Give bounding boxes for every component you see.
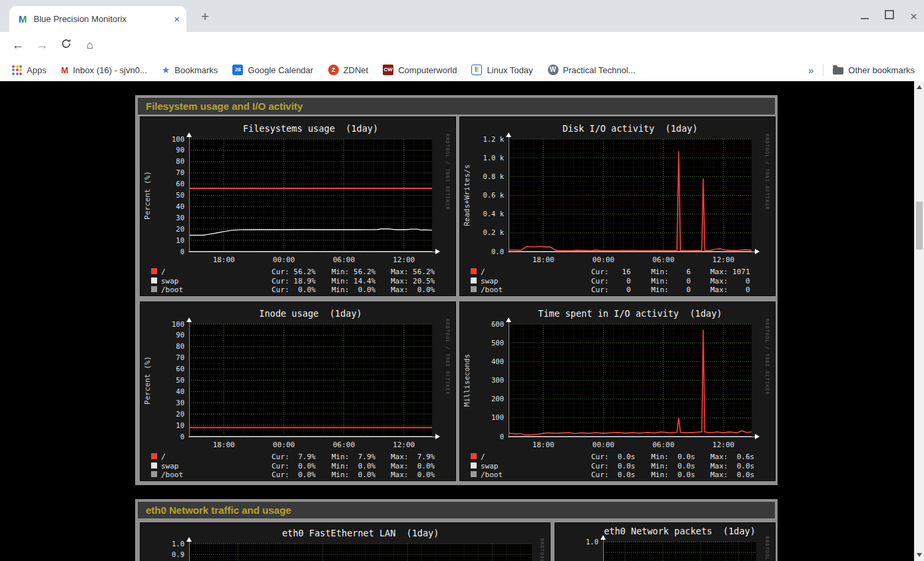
y-tick-label: 300 bbox=[491, 376, 504, 384]
y-tick-label: 30 bbox=[176, 214, 184, 222]
bookmark-google-calendar[interactable]: 28 Google Calendar bbox=[232, 65, 313, 75]
rrdtool-watermark: RRDTOOL / TOBI OETIKER bbox=[764, 536, 770, 561]
bookmark-inbox[interactable]: M Inbox (16) - sjvn0... bbox=[61, 65, 147, 75]
tab-close-icon[interactable]: × bbox=[174, 13, 180, 25]
legend-swatch bbox=[151, 453, 157, 459]
back-button[interactable]: ← bbox=[9, 37, 27, 54]
tab-title: Blue Precision Monitorix bbox=[34, 14, 160, 24]
legend-name: /boot bbox=[161, 285, 183, 294]
scrollbar-thumb[interactable] bbox=[916, 202, 923, 250]
y-tick-label: 10 bbox=[176, 236, 184, 244]
legend-swatch bbox=[471, 453, 477, 459]
maximize-button[interactable] bbox=[885, 10, 894, 22]
bookmark-apps[interactable]: Apps bbox=[12, 65, 47, 75]
y-tick-label: 1.2 k bbox=[483, 135, 504, 143]
legend-min: Min: 14.4% bbox=[332, 277, 375, 285]
bookmarks-overflow-button[interactable]: » bbox=[808, 65, 813, 76]
chart-panel-0[interactable]: Filesystems usage (1day)1009080706050403… bbox=[140, 116, 456, 296]
x-tick-label: 00:00 bbox=[592, 441, 614, 449]
legend-cur: Cur: 7.9% bbox=[272, 453, 316, 461]
minimize-button[interactable] bbox=[861, 10, 869, 22]
page-scrollbar[interactable] bbox=[914, 81, 924, 561]
legend-max: Max: 0 bbox=[710, 277, 750, 285]
y-tick-label: 100 bbox=[491, 413, 504, 421]
rrdtool-watermark: RRDTOOL / TOBI OETIKER bbox=[445, 319, 450, 395]
y-tick-label: 30 bbox=[176, 399, 184, 407]
legend-name: swap bbox=[481, 277, 499, 285]
legend-cur: Cur: 0 bbox=[591, 285, 631, 294]
legend-max: Max: 0.0% bbox=[391, 285, 435, 294]
y-tick-label: 60 bbox=[176, 365, 184, 373]
chart-panel-2[interactable]: Inode usage (1day)1009080706050403020100… bbox=[140, 301, 456, 481]
y-tick-label: 500 bbox=[491, 339, 504, 347]
chart-panel-5[interactable]: eth0 Network packets (1day)1.0Packets/sR… bbox=[555, 522, 776, 561]
bookmark-zdnet[interactable]: Z ZDNet bbox=[328, 65, 369, 75]
reload-button[interactable] bbox=[57, 37, 75, 54]
browser-tab[interactable]: M Blue Precision Monitorix × bbox=[9, 6, 186, 32]
y-tick-label: 0 bbox=[180, 248, 184, 256]
bookmark-practical-technology[interactable]: W Practical Technol... bbox=[548, 65, 636, 75]
y-tick-label: 0.9 bbox=[172, 550, 184, 558]
y-axis-label: Percent (%) bbox=[143, 171, 152, 220]
legend-row: /Cur: 7.9%Min: 7.9%Max: 7.9% bbox=[140, 453, 455, 461]
maximize-icon bbox=[885, 10, 894, 19]
y-tick-label: 600 bbox=[491, 320, 504, 328]
y-tick-label: 100 bbox=[172, 320, 184, 328]
legend-swatch bbox=[471, 278, 477, 283]
chart-title: Time spent in I/O activity (1day) bbox=[538, 308, 722, 319]
legend-min: Min: 0.0s bbox=[651, 453, 695, 461]
legend-min: Min: 7.9% bbox=[332, 453, 375, 461]
forward-button[interactable]: → bbox=[33, 37, 51, 54]
y-tick-label: 1.0 k bbox=[483, 154, 504, 162]
y-tick-label: 0 bbox=[180, 433, 184, 441]
x-tick-label: 06:00 bbox=[652, 441, 674, 449]
section-title: Filesystem usage and I/O activity bbox=[138, 98, 775, 114]
divider bbox=[823, 64, 823, 76]
rrdtool-watermark: RRDTOOL / TOBI OETIKER bbox=[445, 134, 450, 210]
x-tick-label: 12:00 bbox=[393, 441, 415, 449]
bookmark-bookmarks[interactable]: ★ Bookmarks bbox=[162, 65, 218, 75]
x-tick-label: 18:00 bbox=[533, 441, 555, 449]
scroll-down-icon[interactable] bbox=[917, 553, 922, 557]
legend-max: Max: 0.0% bbox=[391, 462, 435, 470]
bookmark-computerworld[interactable]: CW Computerworld bbox=[383, 65, 457, 75]
chart-panel-1[interactable]: Disk I/O activity (1day)1.2 k1.0 k0.8 k0… bbox=[459, 116, 776, 296]
legend-min: Min: 0 bbox=[651, 277, 691, 285]
chart-panel-4[interactable]: eth0 FastEthernet LAN (1day)1.00.9RRDTOO… bbox=[140, 522, 551, 561]
bookmarks-bar: Apps M Inbox (16) - sjvn0... ★ Bookmarks… bbox=[0, 59, 924, 82]
x-tick-label: 12:00 bbox=[712, 256, 734, 264]
y-tick-label: 40 bbox=[176, 202, 184, 210]
legend-min: Min: 0.0% bbox=[332, 470, 375, 479]
x-tick-label: 06:00 bbox=[333, 256, 355, 264]
legend-row: /bootCur: 0.0%Min: 0.0%Max: 0.0% bbox=[140, 470, 455, 479]
scroll-up-icon[interactable] bbox=[917, 85, 922, 89]
new-tab-button[interactable]: + bbox=[196, 8, 214, 27]
legend-name: /boot bbox=[481, 470, 503, 479]
y-tick-label: 20 bbox=[176, 410, 184, 418]
bookmark-linux-today[interactable]: lt Linux Today bbox=[471, 65, 533, 75]
legend-max: Max: 0.0s bbox=[710, 470, 754, 479]
legend-cur: Cur: 56.2% bbox=[272, 268, 316, 276]
other-bookmarks-button[interactable]: Other bookmarks bbox=[833, 65, 915, 75]
legend-row: swapCur: 0.0%Min: 0.0%Max: 0.0% bbox=[140, 462, 455, 470]
y-tick-label: 90 bbox=[176, 331, 184, 339]
legend-row: /bootCur: 0Min: 0Max: 0 bbox=[460, 285, 775, 294]
y-axis-label: Percent (%) bbox=[143, 356, 152, 405]
legend-max: Max: 7.9% bbox=[391, 453, 435, 461]
home-button[interactable]: ⌂ bbox=[81, 37, 99, 54]
legend-swatch bbox=[151, 471, 157, 477]
chart-panel-3[interactable]: Time spent in I/O activity (1day)6005004… bbox=[459, 301, 776, 481]
linux-today-icon: lt bbox=[471, 65, 482, 75]
rrdtool-watermark: RRDTOOL / TOBI OETIKER bbox=[764, 134, 770, 210]
x-tick-label: 06:00 bbox=[652, 256, 674, 264]
legend-row: /bootCur: 0.0sMin: 0.0sMax: 0.0s bbox=[460, 470, 775, 479]
legend-min: Min: 0.0% bbox=[332, 285, 375, 294]
close-button[interactable]: × bbox=[910, 10, 917, 23]
legend-name: /boot bbox=[481, 285, 503, 294]
y-tick-label: 50 bbox=[176, 191, 184, 199]
y-tick-label: 80 bbox=[176, 157, 184, 165]
monitorix-favicon-icon: M bbox=[19, 13, 27, 25]
legend-max: Max: 0 bbox=[710, 285, 750, 294]
reload-icon bbox=[61, 38, 72, 49]
browser-toolbar: ← → ⌂ i localhost:8080/monitorix-cgi/mon… bbox=[0, 32, 924, 59]
